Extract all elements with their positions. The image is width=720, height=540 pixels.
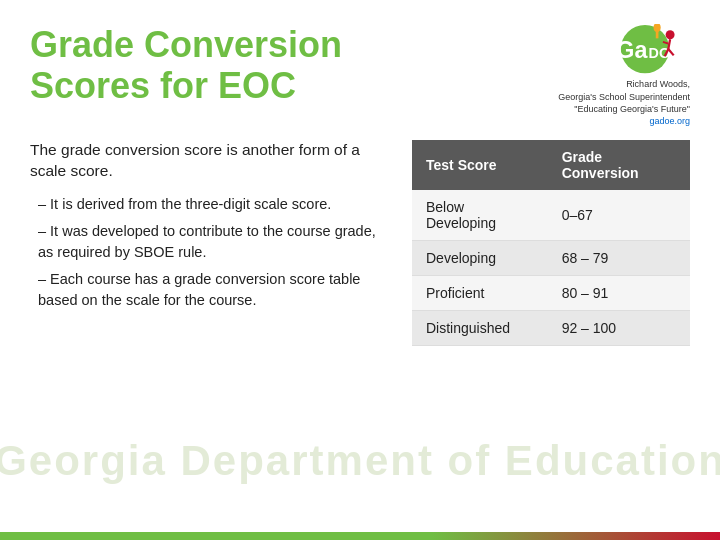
title-block: Grade Conversion Scores for EOC (30, 24, 510, 109)
intro-paragraph: The grade conversion score is another fo… (30, 140, 394, 182)
score-cell: Below Developing (412, 190, 548, 241)
left-column: The grade conversion score is another fo… (30, 140, 394, 323)
header: Grade Conversion Scores for EOC Ga DOE (30, 24, 690, 126)
website-link: gadoe.org (649, 116, 690, 126)
logo-block: Ga DOE Richard Woods, Georgia's School S… (510, 24, 690, 126)
table-row: Proficient80 – 91 (412, 275, 690, 310)
gadoe-logo-icon: Ga DOE (600, 24, 690, 76)
main-content: The grade conversion score is another fo… (30, 140, 690, 346)
score-cell: Distinguished (412, 310, 548, 345)
page: Georgia Department of Education Grade Co… (0, 0, 720, 540)
page-title: Grade Conversion Scores for EOC (30, 24, 510, 107)
watermark-text: Georgia Department of Education (0, 437, 720, 485)
svg-text:DOE: DOE (649, 45, 680, 61)
conversion-cell: 68 – 79 (548, 240, 690, 275)
table-row: Below Developing0–67 (412, 190, 690, 241)
right-column: Test Score Grade Conversion Below Develo… (412, 140, 690, 346)
table-row: Distinguished92 – 100 (412, 310, 690, 345)
table-header-row: Test Score Grade Conversion (412, 140, 690, 190)
svg-point-3 (666, 30, 675, 39)
svg-text:Ga: Ga (616, 37, 648, 63)
list-item: – It is derived from the three-digit sca… (30, 194, 394, 215)
footer-bar (0, 532, 720, 540)
conversion-cell: 92 – 100 (548, 310, 690, 345)
bullet-list: – It is derived from the three-digit sca… (30, 194, 394, 311)
list-item: – It was developed to contribute to the … (30, 221, 394, 263)
table-row: Developing68 – 79 (412, 240, 690, 275)
superintendent-text: Richard Woods, Georgia's School Superint… (558, 78, 690, 116)
col-grade-conversion-header: Grade Conversion (548, 140, 690, 190)
col-test-score-header: Test Score (412, 140, 548, 190)
score-cell: Developing (412, 240, 548, 275)
conversion-cell: 0–67 (548, 190, 690, 241)
score-cell: Proficient (412, 275, 548, 310)
conversion-cell: 80 – 91 (548, 275, 690, 310)
list-item: – Each course has a grade conversion sco… (30, 269, 394, 311)
grade-conversion-table: Test Score Grade Conversion Below Develo… (412, 140, 690, 346)
background-watermark: Georgia Department of Education (0, 437, 720, 485)
